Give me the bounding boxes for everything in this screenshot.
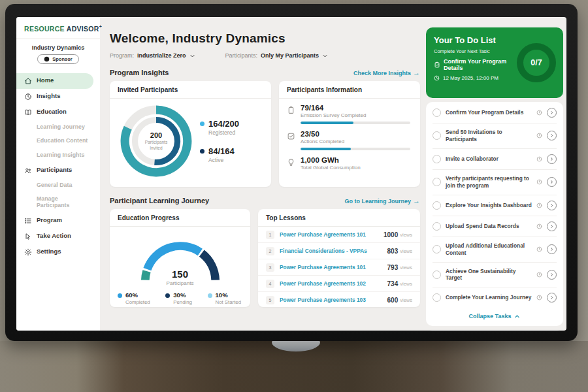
task-row-send-invitations[interactable]: Send 50 Invitations to Participants	[433, 123, 557, 149]
chevron-down-icon	[189, 53, 195, 59]
go-to-learning-journey-link[interactable]: Go to Learning Journey→	[344, 197, 420, 204]
task-checkbox[interactable]	[433, 178, 441, 186]
tasks-card: Confirm Your Program Details Send 50 Inv…	[426, 102, 563, 326]
sidebar-item-insights[interactable]: Insights	[16, 89, 100, 105]
sidebar-item-learning-journey[interactable]: Learning Journey	[16, 120, 100, 135]
lesson-link[interactable]: Power Purchase Agreements 102	[280, 280, 387, 287]
sidebar-item-education[interactable]: Education	[16, 105, 100, 120]
sidebar-item-learning-insights[interactable]: Learning Insights	[16, 148, 100, 163]
participants-filter-dropdown[interactable]: Participants: Only My Participants	[225, 52, 329, 59]
completed-pct: 60%	[125, 291, 150, 299]
task-checkbox[interactable]	[433, 131, 441, 140]
lesson-row[interactable]: 5 Power Purchase Agreements 103 600 view…	[258, 292, 420, 308]
education-progress-chart: 150 Participants 60% Completed	[110, 227, 250, 305]
check-more-insights-link[interactable]: Check More Insights→	[353, 69, 420, 76]
task-checkbox[interactable]	[433, 270, 441, 279]
lesson-link[interactable]: Power Purchase Agreements 101	[280, 231, 384, 238]
stat-label: Total Global Consumption	[301, 165, 361, 171]
task-row-achieve-sustainability-target[interactable]: Achieve One Sustainability Target	[433, 263, 557, 288]
logo-secondary: ADVISOR	[67, 25, 99, 33]
sidebar-nav: Home Insights Education Learning Journey	[16, 71, 100, 260]
stat-label: Actions Completed	[301, 139, 410, 144]
task-open-button[interactable]	[547, 244, 557, 254]
task-row-invite-collaborator[interactable]: Invite a Collaborator	[433, 149, 557, 170]
chevron-right-icon	[549, 157, 554, 161]
chevron-right-icon	[549, 272, 554, 277]
lesson-link[interactable]: Financial Considerations - VPPAs	[280, 248, 387, 254]
sidebar-item-label: Participants	[37, 167, 72, 173]
sidebar-item-take-action[interactable]: Take Action	[16, 229, 100, 244]
sidebar-item-general-data[interactable]: General Data	[16, 178, 100, 193]
donut-center-caption: Participants Invited	[139, 140, 173, 151]
chevron-right-icon	[549, 224, 554, 229]
task-open-button[interactable]	[547, 108, 557, 118]
actions-completed-stat: 23/50 Actions Completed	[287, 130, 412, 150]
task-checkbox[interactable]	[433, 222, 441, 231]
lesson-link[interactable]: Power Purchase Agreements 101	[280, 264, 387, 270]
sidebar-item-home[interactable]: Home	[16, 73, 93, 89]
donut-center-value: 200	[150, 131, 162, 139]
lesson-row[interactable]: 4 Power Purchase Agreements 102 734 view…	[258, 276, 420, 292]
task-open-button[interactable]	[547, 270, 557, 280]
sidebar-item-label: Home	[37, 77, 54, 84]
link-label: Check More Insights	[353, 70, 411, 76]
actions-icon	[287, 132, 295, 140]
stat-value: 79/164	[301, 104, 410, 112]
task-checkbox[interactable]	[433, 201, 441, 210]
sidebar-item-education-content[interactable]: Education Content	[16, 134, 100, 148]
clock-icon	[536, 295, 542, 301]
task-checkbox[interactable]	[433, 108, 441, 117]
chevron-right-icon	[549, 295, 554, 300]
main-content: Welcome, Industry Dynamics Program: Indu…	[110, 17, 420, 331]
task-checkbox[interactable]	[433, 293, 441, 302]
task-open-button[interactable]	[547, 131, 557, 140]
task-open-button[interactable]	[547, 201, 557, 210]
top-lessons-list: 1 Power Purchase Agreements 101 1000 vie…	[258, 227, 420, 308]
todo-progress-value: 0/7	[531, 58, 542, 67]
lesson-row[interactable]: 3 Power Purchase Agreements 101 793 view…	[258, 259, 420, 276]
take-action-icon	[24, 233, 32, 240]
lesson-views: 793	[387, 264, 399, 271]
logo-primary: RESOURCE	[24, 25, 65, 33]
task-label: Verify participants requesting to join t…	[446, 175, 532, 189]
sidebar-item-settings[interactable]: Settings	[16, 244, 100, 260]
task-row-verify-participants[interactable]: Verify participants requesting to join t…	[433, 170, 557, 195]
lesson-rank: 1	[266, 231, 274, 239]
task-row-complete-learning-journey[interactable]: Complete Your Learning Journey	[433, 287, 557, 308]
task-open-button[interactable]	[547, 221, 557, 231]
task-checkbox[interactable]	[433, 245, 441, 253]
completed-label: Completed	[125, 299, 150, 305]
task-open-button[interactable]	[547, 177, 557, 187]
task-row-explore-insights[interactable]: Explore Your Insights Dashboard	[433, 195, 557, 216]
invited-participants-card: Invited Participants 200 Participants In…	[110, 81, 271, 187]
collapse-tasks-link[interactable]: Collapse Tasks	[433, 308, 557, 325]
stat-value: 23/50	[301, 130, 410, 138]
sidebar-item-participants[interactable]: Participants	[16, 163, 100, 178]
org-block: Industry Dynamics Sponsor	[16, 39, 100, 71]
clock-icon	[536, 110, 542, 116]
lesson-row[interactable]: 1 Power Purchase Agreements 101 1000 vie…	[258, 227, 420, 243]
program-icon	[24, 217, 32, 225]
task-open-button[interactable]	[547, 293, 557, 302]
lesson-row[interactable]: 2 Financial Considerations - VPPAs 803 v…	[258, 243, 420, 259]
views-suffix: views	[400, 281, 412, 287]
sidebar-item-label: Take Action	[37, 233, 71, 239]
task-row-upload-educational-content[interactable]: Upload Additional Educational Content	[433, 237, 557, 263]
task-open-button[interactable]	[547, 154, 557, 164]
sidebar-item-manage-participants[interactable]: Manage Participants	[16, 192, 100, 212]
app-logo: RESOURCE ADVISOR+	[16, 17, 100, 39]
sponsor-icon	[44, 56, 50, 62]
sidebar-item-program[interactable]: Program	[16, 213, 100, 229]
sidebar-item-label: Learning Journey	[37, 124, 85, 131]
todo-time-label: 12 May 2025, 12:00 PM	[443, 75, 498, 81]
not-started-pct: 10%	[216, 291, 241, 299]
actions-progress-bar	[301, 148, 410, 150]
gauge-legend: 60% Completed 30% Pending	[110, 286, 250, 305]
task-row-upload-spend-data[interactable]: Upload Spend Data Records	[433, 216, 557, 237]
pending-pct: 30%	[173, 291, 192, 299]
lesson-link[interactable]: Power Purchase Agreements 103	[280, 297, 387, 303]
task-row-confirm-program[interactable]: Confirm Your Program Details	[433, 103, 557, 123]
chevron-right-icon	[549, 247, 554, 252]
task-checkbox[interactable]	[433, 155, 441, 163]
program-filter-dropdown[interactable]: Program: Industrialize Zero	[110, 52, 195, 59]
